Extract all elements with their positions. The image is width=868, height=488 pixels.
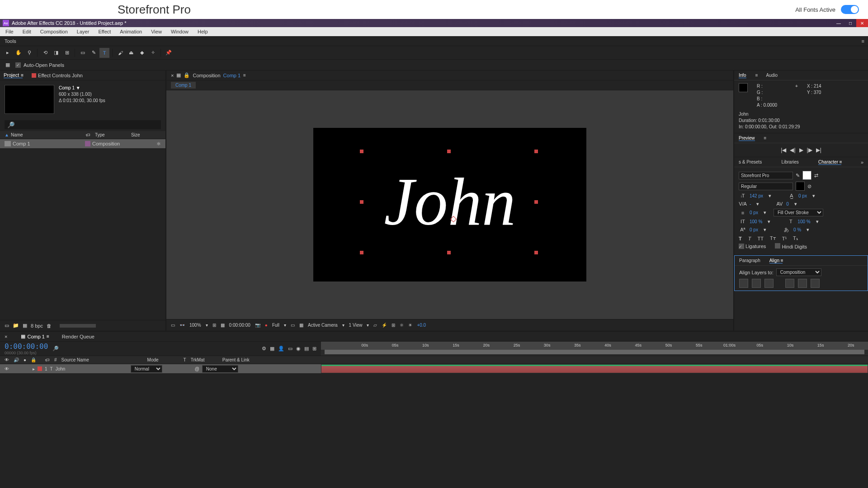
menu-effect[interactable]: Effect [94, 28, 114, 35]
lock-icon[interactable]: 🔒 [184, 72, 190, 78]
last-frame-button[interactable]: ▶| [816, 147, 821, 153]
zoom-level[interactable]: 100% [189, 323, 201, 328]
interpret-icon[interactable]: ▭ [5, 323, 9, 328]
breadcrumb-comp[interactable]: Comp 1 [171, 82, 196, 89]
comp-thumbnail[interactable] [5, 85, 54, 114]
roi-icon[interactable]: ▭ [291, 323, 295, 328]
current-time[interactable]: 0:00:00:00 [229, 323, 250, 328]
pen-tool[interactable]: ✎ [89, 48, 99, 58]
panel-menu-icon[interactable]: ≡ [243, 73, 245, 78]
frame-blend-icon[interactable]: ▭ [288, 346, 292, 352]
time-navigator[interactable] [325, 350, 864, 354]
hscale-value[interactable]: 100 % [797, 219, 810, 224]
selection-handle[interactable] [534, 200, 538, 204]
ligatures-checkbox[interactable] [739, 244, 744, 249]
eraser-tool[interactable]: ◆ [137, 48, 147, 58]
exposure-reset-icon[interactable]: ☀ [408, 323, 412, 328]
font-style-select[interactable] [739, 183, 793, 190]
align-target-select[interactable]: Composition [776, 268, 821, 276]
workspace-icon[interactable]: ▦ [3, 60, 13, 70]
clone-tool[interactable]: ⏏ [126, 48, 136, 58]
project-search[interactable] [5, 120, 161, 129]
audio-column-icon[interactable]: 🔊 [14, 357, 19, 362]
effect-controls-tab[interactable]: Effect Controls John [32, 73, 83, 78]
col-size[interactable]: Size [131, 132, 140, 137]
hindi-checkbox[interactable] [775, 243, 780, 249]
bold-button[interactable]: T [739, 236, 742, 241]
menu-composition[interactable]: Composition [37, 28, 71, 35]
project-tab[interactable]: Project ≡ [4, 72, 23, 78]
render-queue-tab[interactable]: Render Queue [62, 334, 94, 339]
draft3d-icon[interactable]: ▦ [270, 346, 274, 352]
resolution-icon[interactable]: ⊞ [212, 323, 216, 328]
timeline-icon[interactable]: ⊞ [392, 323, 395, 328]
next-frame-button[interactable]: |▶ [807, 147, 812, 153]
panel-menu-icon[interactable]: ≡ [764, 136, 766, 141]
selection-handle[interactable] [447, 150, 451, 153]
presets-tab[interactable]: s & Presets [739, 160, 762, 164]
exposure-value[interactable]: +0.0 [417, 323, 426, 328]
layer-color-icon[interactable] [38, 366, 42, 371]
close-tab-icon[interactable]: × [171, 73, 174, 78]
lock-column-icon[interactable]: 🔒 [31, 357, 36, 362]
italic-button[interactable]: T [748, 236, 751, 241]
project-item-row[interactable]: Comp 1 Composition ⚛ [0, 139, 165, 148]
text-layer[interactable]: John [384, 163, 516, 240]
vscale-value[interactable]: 100 % [750, 219, 762, 224]
align-right-button[interactable] [764, 279, 774, 288]
new-comp-icon[interactable]: ▦ [23, 323, 27, 328]
auto-open-checkbox[interactable] [15, 62, 21, 68]
fast-preview-icon[interactable]: ⚡ [382, 323, 387, 328]
visibility-toggle[interactable]: 👁 [5, 366, 9, 371]
selection-handle[interactable] [360, 150, 363, 153]
selection-handle[interactable] [447, 251, 451, 254]
align-tab[interactable]: Align ≡ [769, 258, 783, 263]
type-tool[interactable]: T [99, 48, 109, 58]
superscript-button[interactable]: T¹ [782, 236, 787, 241]
trash-icon[interactable]: 🗑 [47, 323, 52, 328]
menu-layer[interactable]: Layer [73, 28, 93, 35]
layer-name[interactable]: John [56, 366, 128, 371]
pickwhip-icon[interactable]: @ [195, 366, 199, 371]
selection-handle[interactable] [534, 251, 538, 254]
roto-tool[interactable]: ✧ [148, 48, 158, 58]
eye-column-icon[interactable]: 👁 [5, 357, 9, 362]
play-button[interactable]: ▶ [799, 147, 803, 153]
new-folder-icon[interactable]: 📁 [13, 323, 19, 328]
alpha-icon[interactable]: 👓 [179, 323, 185, 328]
leading-value[interactable]: 0 px [798, 193, 807, 198]
flowchart-icon[interactable]: ⚛ [400, 323, 404, 328]
comp-mini-flowchart-icon[interactable]: ⚙ [262, 346, 266, 352]
selection-tool[interactable]: ▸ [3, 48, 13, 58]
stroke-width-value[interactable]: 0 px [750, 210, 758, 215]
fill-color-swatch[interactable] [802, 171, 811, 180]
maximize-button[interactable]: □ [844, 19, 856, 27]
col-type[interactable]: Type [95, 132, 131, 137]
canvas[interactable]: John [313, 128, 586, 282]
first-frame-button[interactable]: |◀ [781, 147, 786, 153]
allcaps-button[interactable]: TT [757, 236, 763, 241]
minimize-button[interactable]: — [833, 19, 844, 27]
menu-file[interactable]: File [2, 28, 17, 35]
magnification-icon[interactable]: ▭ [171, 323, 175, 328]
swap-colors-icon[interactable]: ⇄ [814, 173, 818, 178]
orbit-tool[interactable]: ⟲ [40, 48, 50, 58]
kerning-value[interactable]: - [750, 202, 751, 206]
snapshot-icon[interactable]: 📷 [255, 323, 260, 328]
brainstorm-icon[interactable]: ⊞ [312, 346, 316, 352]
comp-name[interactable]: Comp 1 ▼ [59, 85, 105, 91]
libraries-tab[interactable]: Libraries [781, 160, 798, 164]
prev-frame-button[interactable]: ◀| [790, 147, 795, 153]
graph-editor-icon[interactable]: ▤ [304, 346, 309, 352]
hand-tool[interactable]: ✋ [14, 48, 24, 58]
info-tab[interactable]: Info [739, 73, 746, 78]
zoom-tool[interactable]: ⚲ [24, 48, 34, 58]
tsume-value[interactable]: 0 % [793, 227, 801, 232]
font-size-value[interactable]: 142 px [750, 193, 763, 198]
bpc-button[interactable]: 8 bpc [31, 323, 43, 328]
grid-icon[interactable]: ▦ [221, 323, 225, 328]
eyedropper-icon[interactable]: ✎ [796, 173, 800, 178]
camera-tool[interactable]: ◨ [51, 48, 61, 58]
menu-window[interactable]: Window [167, 28, 192, 35]
align-hcenter-button[interactable] [752, 279, 761, 288]
